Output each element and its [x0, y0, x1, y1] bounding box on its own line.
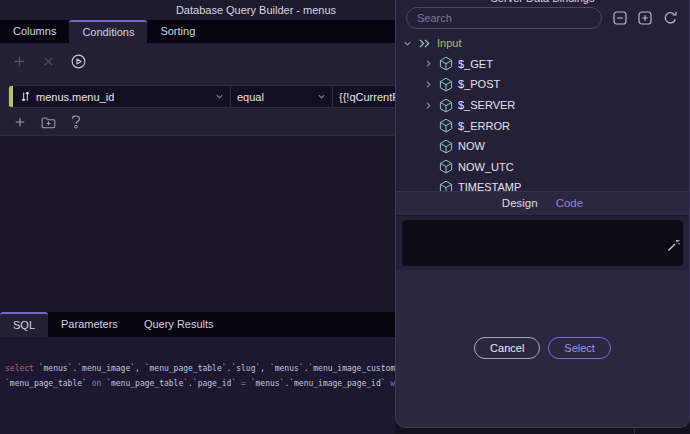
collapse-all-icon[interactable] — [613, 11, 627, 25]
server-data-bindings-dialog: Server Data Bindings Input$_GET$_POST$_S… — [395, 0, 690, 428]
chevron-down-icon — [317, 92, 326, 101]
tree-item-now-utc[interactable]: NOW_UTC — [396, 157, 689, 178]
tree-item-now[interactable]: NOW — [396, 136, 689, 157]
double-chevron-icon — [415, 38, 434, 49]
code-segment: `menus`.`menu_image`, `menu_page_table`.… — [34, 364, 400, 373]
tree-item-post[interactable]: $_POST — [396, 74, 689, 95]
code-segment: `menus`.`menu_image_page_id` — [246, 379, 391, 388]
tab-columns[interactable]: Columns — [0, 20, 69, 43]
chevron-right-icon[interactable] — [420, 80, 436, 89]
tab-sorting[interactable]: Sorting — [147, 20, 208, 43]
refresh-icon[interactable] — [663, 11, 678, 25]
expression-editor[interactable]: !qCurrentPage.page_main_menu_id?qApp.mai… — [402, 220, 683, 266]
chevron-right-icon[interactable] — [420, 101, 436, 110]
tree-item-label: TIMESTAMP — [458, 181, 521, 190]
cube-icon — [436, 118, 455, 133]
tree-item-label: NOW_UTC — [458, 161, 514, 173]
expand-all-icon[interactable] — [638, 11, 652, 25]
cube-icon — [436, 98, 455, 113]
cube-icon — [436, 56, 455, 71]
bindings-search-row — [396, 3, 689, 33]
cube-icon — [436, 180, 455, 191]
preview-tab-parameters[interactable]: Parameters — [48, 312, 131, 337]
cube-icon — [436, 159, 455, 174]
add-condition-icon[interactable] — [13, 55, 26, 68]
add-group-icon[interactable] — [41, 116, 56, 129]
search-input[interactable] — [406, 7, 602, 29]
preview-tab-query-results[interactable]: Query Results — [131, 312, 227, 337]
code-segment: select — [5, 364, 34, 373]
code-segment: on — [92, 379, 102, 388]
tree-item-label: NOW — [458, 140, 485, 152]
dialog-footer: Cancel Select — [396, 270, 689, 428]
tree-item-label: $_POST — [458, 78, 500, 90]
cancel-button[interactable]: Cancel — [474, 337, 540, 359]
chevron-down-icon[interactable] — [399, 39, 415, 48]
screen: Database Query Builder - menus ColumnsCo… — [0, 0, 690, 434]
remove-condition-icon[interactable] — [43, 56, 54, 67]
tree-item-server[interactable]: $_SERVER — [396, 95, 689, 116]
tree-item-label: $_SERVER — [458, 99, 515, 111]
preview-tab-sql[interactable]: SQL — [0, 312, 48, 337]
tree-item-input[interactable]: Input — [396, 33, 689, 54]
tree-item-timestamp[interactable]: TIMESTAMP — [396, 177, 689, 190]
cube-icon — [436, 77, 455, 92]
add-rule-icon[interactable] — [14, 116, 26, 128]
code-segment: `menu_page_table` — [5, 379, 92, 388]
select-button[interactable]: Select — [548, 337, 611, 359]
cube-icon — [436, 139, 455, 154]
formatter-wand-icon[interactable] — [621, 223, 680, 266]
chevron-right-icon[interactable] — [420, 59, 436, 68]
view-tab-design[interactable]: Design — [502, 197, 538, 209]
help-icon[interactable] — [71, 115, 81, 129]
run-query-icon[interactable] — [71, 54, 86, 69]
code-segment: `menu_page_table`.`page_id` — [101, 379, 241, 388]
bindings-tree: Input$_GET$_POST$_SERVER$_ERRORNOWNOW_UT… — [396, 33, 689, 191]
condition-column-select[interactable]: menus.menu_id — [36, 86, 231, 107]
view-mode-tabs: DesignCode — [396, 191, 689, 216]
condition-type-icon — [20, 91, 31, 102]
tree-item-label: Input — [437, 37, 461, 49]
tree-item-label: $_GET — [458, 58, 493, 70]
tree-item-error[interactable]: $_ERROR — [396, 115, 689, 136]
tree-item-get[interactable]: $_GET — [396, 54, 689, 75]
chevron-down-icon — [215, 92, 224, 101]
condition-marker — [9, 86, 13, 107]
background-divider — [634, 427, 635, 434]
view-tab-code[interactable]: Code — [556, 197, 584, 209]
tree-item-label: $_ERROR — [458, 120, 510, 132]
condition-operation-select[interactable]: equal — [231, 86, 333, 107]
tab-conditions[interactable]: Conditions — [69, 20, 147, 43]
